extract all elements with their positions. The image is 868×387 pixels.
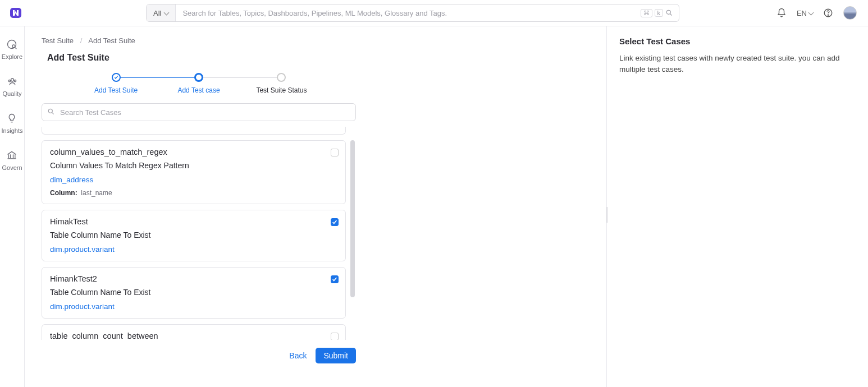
search-scope-label: All (153, 9, 161, 17)
sidebar-item-label: Explore (2, 53, 22, 60)
step-dot-3 (277, 73, 286, 82)
sidebar-item-quality[interactable]: Quality (2, 76, 21, 97)
search-icon (47, 108, 55, 116)
sidebar-item-label: Govern (2, 164, 22, 171)
back-button[interactable]: Back (289, 351, 307, 360)
check-icon (332, 219, 337, 225)
notifications-button[interactable] (776, 8, 787, 18)
svg-point-8 (11, 79, 13, 81)
test-case-checkbox[interactable] (331, 218, 339, 226)
svg-point-10 (14, 80, 16, 82)
right-panel-title: Select Test Cases (619, 36, 856, 46)
svg-point-6 (12, 45, 15, 48)
sidebar-item-label: Insights (2, 127, 23, 134)
language-select[interactable]: EN (797, 9, 813, 17)
test-case-card-partial-top (42, 127, 346, 135)
sidebar-item-explore[interactable]: Explore (2, 39, 22, 60)
check-icon (332, 277, 337, 282)
global-search-input[interactable] (176, 4, 640, 21)
test-case-name: HimakTest (50, 217, 337, 226)
test-case-entity-link[interactable]: dim.product.variant (50, 245, 115, 254)
global-search: All ⌘ k (146, 4, 679, 22)
test-case-name: table_column_count_between (50, 331, 337, 340)
test-case-entity-link[interactable]: dim_address (50, 176, 93, 184)
breadcrumb: Test Suite / Add Test Suite (42, 36, 606, 45)
test-case-name: column_values_to_match_regex (50, 148, 337, 156)
svg-point-17 (48, 109, 52, 113)
chevron-down-icon (165, 9, 168, 17)
sidebar-item-govern[interactable]: Govern (2, 150, 22, 171)
test-case-card[interactable]: table_column_count_between Table Column … (42, 324, 346, 340)
page-title: Add Test Suite (47, 53, 356, 63)
topbar: All ⌘ k EN (0, 0, 868, 26)
svg-point-9 (8, 80, 10, 82)
test-case-list[interactable]: column_values_to_match_regex Column Valu… (42, 127, 356, 340)
sidebar-item-label: Quality (2, 90, 21, 97)
quality-icon (7, 76, 18, 87)
breadcrumb-root[interactable]: Test Suite (42, 36, 74, 45)
kbd-cmd: ⌘ (641, 9, 652, 17)
submit-button[interactable]: Submit (316, 348, 356, 363)
step-dot-1 (112, 73, 121, 82)
step-label-3: Test Suite Status (256, 86, 307, 94)
test-case-name: HimankTest2 (50, 274, 337, 283)
test-case-entity-link[interactable]: dim.product.variant (50, 302, 115, 311)
stepper: Add Test Suite Add Test case Test Suite … (75, 73, 322, 94)
test-case-desc: Table Column Name To Exist (50, 288, 337, 297)
test-case-card[interactable]: column_values_to_match_regex Column Valu… (42, 140, 346, 204)
app-logo[interactable] (9, 6, 22, 20)
test-case-desc: Column Values To Match Regex Pattern (50, 161, 337, 170)
test-case-meta-label: Column: (50, 189, 77, 197)
svg-point-1 (666, 10, 670, 14)
test-case-checkbox[interactable] (331, 275, 339, 283)
insights-icon (6, 113, 17, 124)
help-icon (823, 8, 833, 18)
help-button[interactable] (823, 8, 833, 18)
breadcrumb-sep: / (80, 36, 83, 45)
step-dot-2 (194, 73, 203, 82)
search-icon (665, 9, 673, 17)
svg-line-7 (15, 48, 17, 49)
explore-icon (6, 39, 17, 50)
test-case-card[interactable]: HimakTest Table Column Name To Exist dim… (42, 210, 346, 261)
right-panel-desc: Link existing test cases with newly crea… (619, 53, 856, 75)
resize-handle[interactable] (606, 207, 608, 223)
test-case-meta: Column: last_name (50, 189, 337, 197)
test-case-card[interactable]: HimankTest2 Table Column Name To Exist d… (42, 267, 346, 319)
keyboard-hint: ⌘ k (641, 4, 679, 21)
govern-icon (6, 150, 17, 161)
user-avatar[interactable] (843, 6, 857, 20)
search-scope-dropdown[interactable]: All (147, 4, 176, 21)
svg-point-4 (828, 15, 828, 15)
sidebar-item-insights[interactable]: Insights (2, 113, 23, 134)
test-case-meta-value: last_name (81, 189, 112, 197)
language-label: EN (797, 9, 807, 17)
svg-line-18 (52, 113, 54, 114)
bell-icon (776, 8, 787, 18)
chevron-down-icon (809, 9, 813, 17)
breadcrumb-current: Add Test Suite (88, 36, 135, 45)
check-icon (114, 75, 118, 80)
step-label-1: Add Test Suite (94, 86, 138, 94)
test-case-search-input[interactable] (42, 103, 356, 121)
right-panel: Select Test Cases Link existing test cas… (606, 26, 868, 387)
test-case-desc: Table Column Name To Exist (50, 231, 337, 239)
svg-line-2 (670, 14, 672, 16)
step-label-2: Add Test case (177, 86, 220, 94)
left-sidebar: Explore Quality Insights Govern (0, 26, 25, 387)
test-case-checkbox[interactable] (331, 149, 339, 156)
test-case-checkbox[interactable] (331, 333, 339, 340)
scrollbar[interactable] (350, 140, 355, 297)
kbd-k: k (655, 9, 664, 17)
